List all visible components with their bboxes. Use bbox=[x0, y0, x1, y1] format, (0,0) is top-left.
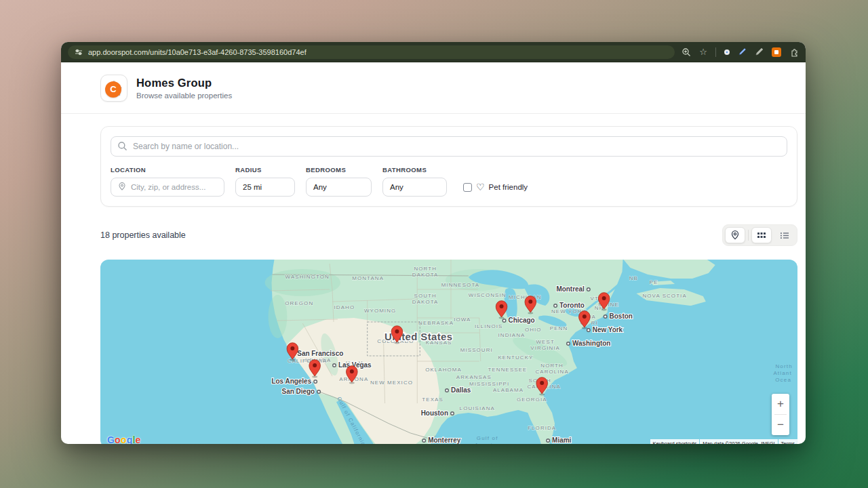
search-input[interactable] bbox=[111, 136, 787, 157]
results-count: 18 properties available bbox=[100, 230, 186, 240]
location-pin-icon bbox=[118, 182, 126, 192]
extension-pen-icon[interactable] bbox=[738, 47, 747, 56]
map-geometry bbox=[269, 295, 288, 338]
google-logo-letter: e bbox=[135, 434, 140, 444]
water-label: North bbox=[775, 363, 792, 369]
radius-select[interactable]: 25 mi bbox=[235, 178, 295, 197]
city-label: Washington bbox=[572, 340, 611, 347]
pet-friendly-label: Pet friendly bbox=[489, 183, 528, 191]
city-dot bbox=[587, 288, 591, 291]
water-label: Ocea bbox=[775, 377, 791, 383]
map-attribution: Keyboard shortcuts Map data ©2026 Google… bbox=[650, 439, 797, 445]
city-label: Miami bbox=[552, 436, 571, 444]
state-label: INDIANA bbox=[498, 332, 526, 338]
radius-label: RADIUS bbox=[235, 166, 295, 174]
keyboard-shortcuts-link[interactable]: Keyboard shortcuts bbox=[650, 439, 700, 445]
location-input[interactable]: City, zip, or address... bbox=[111, 178, 224, 197]
state-label: OREGON bbox=[285, 300, 313, 306]
city-label: New York bbox=[593, 326, 623, 333]
state-label: ILLINOIS bbox=[475, 323, 502, 329]
state-label: NEW MEXICO bbox=[370, 380, 413, 386]
city-dot bbox=[446, 389, 449, 392]
terms-link[interactable]: Terms bbox=[778, 439, 797, 445]
extensions-puzzle-icon[interactable] bbox=[789, 47, 799, 57]
extension-clock-icon[interactable] bbox=[724, 49, 730, 55]
heart-icon: ♡ bbox=[476, 182, 485, 192]
map-canvas[interactable]: WASHINGTONMONTANANORTHDAKOTAMINNESOTAWIS… bbox=[100, 260, 797, 444]
state-label: OHIO bbox=[525, 327, 542, 333]
state-label: VIRGINIA bbox=[530, 345, 560, 351]
location-placeholder: City, zip, or address... bbox=[131, 183, 205, 191]
city-dot bbox=[587, 329, 591, 332]
city-dot bbox=[314, 380, 317, 384]
map[interactable]: WASHINGTONMONTANANORTHDAKOTAMINNESOTAWIS… bbox=[100, 260, 797, 444]
logo-letter: C bbox=[105, 81, 121, 98]
water-label: Gulf of bbox=[477, 435, 498, 441]
state-label: MISSOURI bbox=[460, 347, 493, 353]
city-dot bbox=[554, 304, 557, 308]
city-dot bbox=[547, 439, 550, 443]
city-label: Toronto bbox=[559, 302, 585, 309]
city-dot bbox=[317, 390, 321, 394]
map-data-text: Map data ©2026 Google, INEGI bbox=[700, 439, 777, 445]
address-bar[interactable]: app.doorspot.com/units/10a0e713-e3af-426… bbox=[68, 45, 675, 59]
state-label: TENNESSEE bbox=[488, 367, 528, 373]
state-label: WISCONSIN bbox=[469, 292, 507, 298]
state-label: IOWA bbox=[454, 317, 471, 323]
state-label: KENTUCKY bbox=[498, 354, 533, 361]
city-label: Monterrey bbox=[428, 436, 461, 444]
water-label: Atlant bbox=[773, 370, 791, 376]
state-label: NEBRASKA bbox=[418, 320, 454, 326]
list-view-button[interactable] bbox=[774, 227, 795, 243]
site-settings-icon[interactable] bbox=[75, 48, 83, 56]
state-label: NORTH bbox=[540, 363, 564, 369]
state-label: WYOMING bbox=[364, 308, 396, 314]
state-label: PENN bbox=[550, 325, 568, 331]
extension-feather-icon[interactable] bbox=[755, 47, 764, 56]
map-zoom-control: + − bbox=[772, 394, 789, 435]
city-label: Dallas bbox=[451, 386, 471, 394]
city-label: Chicago bbox=[508, 317, 534, 324]
bathrooms-select[interactable]: Any bbox=[382, 178, 447, 197]
grid-view-button[interactable] bbox=[751, 227, 772, 243]
state-label: NOVA SCOTIA bbox=[642, 293, 686, 299]
map-view-button[interactable] bbox=[725, 227, 745, 243]
url-text: app.doorspot.com/units/10a0e713-e3af-426… bbox=[88, 48, 307, 56]
state-label: NORTH bbox=[414, 266, 437, 272]
state-label: GEORGIA bbox=[517, 396, 547, 403]
view-toggle bbox=[722, 224, 797, 246]
state-label: OKLAHOMA bbox=[425, 367, 462, 373]
bedrooms-select[interactable]: Any bbox=[306, 178, 372, 197]
state-label: VT bbox=[591, 296, 599, 302]
state-label: IDAHO bbox=[334, 304, 355, 310]
pet-friendly-checkbox[interactable] bbox=[463, 183, 472, 192]
city-dot bbox=[567, 342, 570, 346]
state-label: ALABAMA bbox=[493, 387, 524, 393]
city-label: Los Angeles bbox=[271, 378, 311, 385]
state-label: ARKANSAS bbox=[456, 374, 492, 380]
state-label: TEXAS bbox=[422, 396, 443, 403]
city-label: San Diego bbox=[282, 388, 315, 395]
zoom-in-button[interactable]: + bbox=[772, 394, 789, 414]
state-label: NB bbox=[629, 275, 638, 281]
google-logo[interactable]: Google bbox=[107, 434, 140, 444]
state-label: CAROLINA bbox=[535, 369, 568, 375]
bookmark-star-icon[interactable]: ☆ bbox=[699, 47, 707, 56]
city-label: Houston bbox=[421, 409, 448, 417]
state-label: MINNESOTA bbox=[441, 282, 479, 288]
state-label: PE bbox=[650, 279, 658, 285]
google-logo-letter: o bbox=[121, 434, 127, 444]
extension-orange-icon[interactable] bbox=[772, 47, 781, 57]
google-logo-letter: o bbox=[115, 434, 121, 444]
city-dot bbox=[422, 439, 426, 443]
state-label: SOUTH bbox=[414, 293, 437, 299]
city-dot bbox=[502, 319, 506, 323]
state-label: DAKOTA bbox=[412, 299, 439, 305]
city-label: Montreal bbox=[556, 285, 585, 293]
state-label: DAKOTA bbox=[412, 272, 439, 278]
browser-window: app.doorspot.com/units/10a0e713-e3af-426… bbox=[61, 42, 806, 444]
zoom-page-icon[interactable] bbox=[682, 47, 691, 57]
city-label: Boston bbox=[610, 312, 633, 320]
bathrooms-value: Any bbox=[390, 183, 403, 191]
zoom-out-button[interactable]: − bbox=[772, 415, 789, 435]
